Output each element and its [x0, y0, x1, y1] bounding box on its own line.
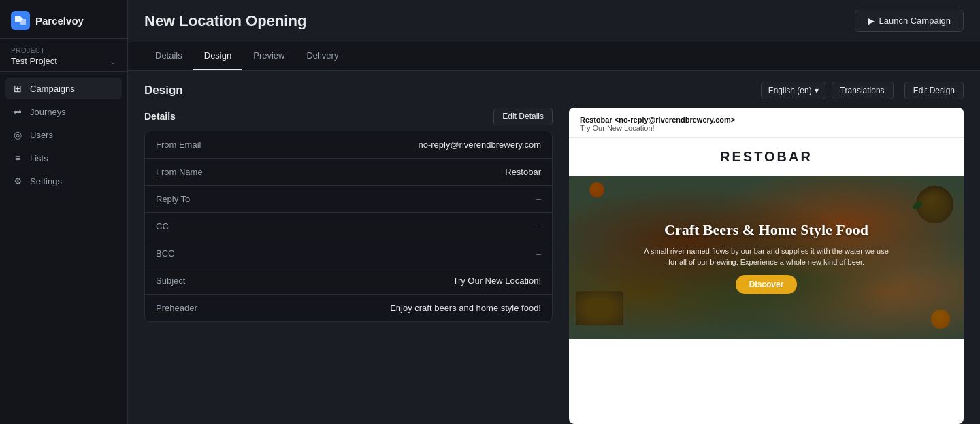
row-value-cc: –	[251, 221, 541, 231]
language-dropdown[interactable]: English (en) ▾	[761, 82, 826, 99]
sidebar-nav: ⊞ Campaigns ⇌ Journeys ◎ Users ≡ Lists ⚙…	[0, 72, 127, 197]
project-section: Project Test Project ⌄	[0, 39, 127, 72]
table-row: From Name Restobar	[145, 159, 552, 186]
campaigns-icon: ⊞	[12, 83, 23, 94]
details-table: From Email no-reply@riverendbrewery.com …	[144, 131, 553, 322]
row-label-subject: Subject	[156, 276, 251, 286]
sidebar-item-label: Journeys	[30, 107, 66, 117]
email-subject-line: Try Our New Location!	[580, 124, 953, 132]
project-label: Project	[11, 47, 116, 54]
sidebar-item-journeys[interactable]: ⇌ Journeys	[5, 101, 122, 123]
table-row: From Email no-reply@riverendbrewery.com	[145, 131, 552, 159]
project-chevron-icon: ⌄	[110, 56, 116, 66]
edit-details-button[interactable]: Edit Details	[493, 108, 553, 125]
sidebar-item-label: Lists	[30, 153, 48, 163]
email-logo: RESTOBAR	[569, 138, 964, 176]
row-value-reply-to: –	[251, 194, 541, 204]
sidebar-item-label: Users	[30, 130, 53, 140]
table-row: BCC –	[145, 240, 552, 267]
email-hero-section: Craft Beers & Home Style Food A small ri…	[569, 176, 964, 339]
details-title: Details	[144, 111, 176, 122]
launch-icon: ▶	[868, 16, 875, 26]
main-content: New Location Opening ▶ Launch Campaign D…	[128, 0, 980, 424]
email-body: RESTOBAR Craft Beers & Home Style Food	[569, 138, 964, 339]
details-panel: Details Edit Details From Email no-reply…	[144, 108, 553, 424]
page-header: New Location Opening ▶ Launch Campaign	[128, 0, 980, 42]
details-header: Details Edit Details	[144, 108, 553, 125]
row-value-preheader: Enjoy craft beers and home style food!	[251, 303, 541, 313]
table-row: Preheader Enjoy craft beers and home sty…	[145, 295, 552, 321]
sidebar-item-label: Campaigns	[30, 84, 75, 94]
sidebar: Parcelvoy Project Test Project ⌄ ⊞ Campa…	[0, 0, 128, 424]
email-from-line: Restobar <no-reply@riverendbrewery.com>	[580, 116, 953, 124]
lists-icon: ≡	[12, 152, 23, 163]
row-label-reply-to: Reply To	[156, 194, 251, 204]
sidebar-item-label: Settings	[30, 176, 62, 186]
design-preview-panel: Restobar <no-reply@riverendbrewery.com> …	[569, 108, 964, 424]
sidebar-item-settings[interactable]: ⚙ Settings	[5, 170, 122, 192]
design-content-header: Design English (en) ▾ Translations Edit …	[144, 71, 964, 108]
chevron-down-icon: ▾	[815, 86, 819, 95]
translations-button[interactable]: Translations	[832, 82, 894, 99]
sidebar-item-users[interactable]: ◎ Users	[5, 124, 122, 146]
logo-area: Parcelvoy	[0, 0, 127, 39]
page-title: New Location Opening	[144, 12, 306, 30]
row-label-preheader: Preheader	[156, 303, 251, 313]
project-name[interactable]: Test Project ⌄	[11, 56, 116, 66]
logo-text: Parcelvoy	[35, 15, 84, 27]
table-row: Subject Try Our New Location!	[145, 267, 552, 295]
content-body: Details Edit Details From Email no-reply…	[144, 108, 964, 424]
row-label-cc: CC	[156, 221, 251, 231]
discover-button: Discover	[736, 275, 798, 294]
users-icon: ◎	[12, 129, 23, 140]
email-from-address: <no-reply@riverendbrewery.com>	[615, 116, 735, 124]
tab-preview[interactable]: Preview	[242, 42, 295, 70]
tab-details[interactable]: Details	[144, 42, 193, 70]
tab-bar: Details Design Preview Delivery	[128, 42, 980, 71]
tab-delivery[interactable]: Delivery	[295, 42, 349, 70]
row-label-from-name: From Name	[156, 167, 251, 177]
row-value-from-name: Restobar	[251, 167, 541, 177]
table-row: CC –	[145, 213, 552, 240]
hero-description: A small river named flows by our bar and…	[644, 246, 889, 268]
parcelvoy-logo-icon	[11, 11, 30, 30]
content-area: Design English (en) ▾ Translations Edit …	[128, 71, 980, 424]
table-row: Reply To –	[145, 186, 552, 213]
email-from-name: Restobar	[580, 116, 612, 124]
settings-icon: ⚙	[12, 176, 23, 186]
sidebar-item-campaigns[interactable]: ⊞ Campaigns	[5, 78, 122, 99]
row-value-subject: Try Our New Location!	[251, 276, 541, 286]
edit-design-button[interactable]: Edit Design	[904, 82, 964, 99]
row-value-bcc: –	[251, 248, 541, 259]
row-label-from-email: From Email	[156, 140, 251, 150]
sidebar-item-lists[interactable]: ≡ Lists	[5, 147, 122, 169]
language-controls: English (en) ▾ Translations Edit Design	[761, 82, 964, 99]
journeys-icon: ⇌	[12, 106, 23, 117]
hero-content: Craft Beers & Home Style Food A small ri…	[633, 210, 900, 305]
tab-design[interactable]: Design	[193, 42, 242, 70]
launch-campaign-button[interactable]: ▶ Launch Campaign	[855, 10, 964, 32]
email-preview: Restobar <no-reply@riverendbrewery.com> …	[569, 108, 964, 424]
hero-title: Craft Beers & Home Style Food	[644, 221, 889, 240]
email-header: Restobar <no-reply@riverendbrewery.com> …	[569, 108, 964, 138]
row-label-bcc: BCC	[156, 248, 251, 259]
design-section-title: Design	[144, 84, 183, 97]
row-value-from-email: no-reply@riverendbrewery.com	[251, 140, 541, 150]
